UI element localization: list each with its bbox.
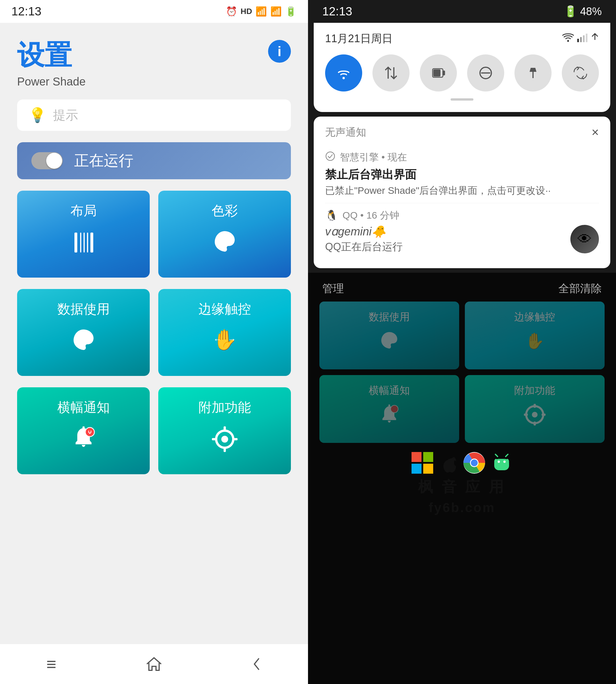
color-label: 色彩 [212, 202, 238, 220]
dimmed-background-area: 管理 全部清除 数据使用 边缘触控 ✋ [308, 273, 616, 684]
svg-rect-1 [80, 232, 81, 252]
banner-notif-icon [69, 425, 98, 460]
clear-all-button[interactable]: 全部清除 [558, 281, 602, 296]
color-cell[interactable]: 色彩 [158, 191, 291, 278]
banner-notif-label: 横幅通知 [57, 399, 110, 416]
signal-icon: 📶 [256, 6, 267, 17]
search-placeholder: 提示 [53, 107, 78, 124]
svg-point-19 [343, 77, 345, 79]
qq-avatar: 👁 [570, 225, 599, 253]
running-toggle[interactable] [31, 152, 63, 169]
svg-rect-42 [494, 459, 509, 470]
svg-rect-13 [233, 438, 238, 440]
svg-rect-34 [423, 452, 433, 462]
watermark-line2: fy6b.com [428, 500, 496, 515]
dim-banner-notif-icon [378, 403, 401, 432]
svg-rect-32 [542, 413, 546, 416]
svg-point-8 [85, 428, 94, 437]
manage-button[interactable]: 管理 [322, 281, 344, 296]
qs-wifi-tile[interactable] [325, 54, 362, 91]
menu-button[interactable]: ≡ [34, 647, 68, 681]
status-bar-right: 12:13 🔋 48% [308, 0, 616, 23]
svg-text:✋: ✋ [525, 332, 545, 350]
qq-app-row: 🐧 QQ • 16 分钟 [325, 209, 599, 222]
bottom-nav: ≡ [0, 644, 308, 684]
running-toggle-row[interactable]: 正在运行 [17, 142, 291, 179]
notif-close-button[interactable]: × [592, 125, 599, 139]
svg-rect-17 [583, 35, 585, 42]
search-bar[interactable]: 💡 提示 [17, 99, 291, 131]
battery-icon-left: 🔋 [285, 6, 296, 17]
alarm-icon: ⏰ [226, 6, 237, 17]
data-usage-label: 数据使用 [57, 300, 110, 318]
qs-date-text: 11月21日周日 [325, 31, 393, 46]
qq-notif-left: vɑgemini🐥 QQ正在后台运行 [325, 225, 570, 254]
notif-card-header: 无声通知 × [325, 125, 599, 139]
svg-rect-30 [533, 421, 536, 426]
qq-notif-item: 🐧 QQ • 16 分钟 vɑgemini🐥 QQ正在后台运行 👁 [325, 203, 599, 260]
svg-rect-15 [577, 39, 579, 42]
svg-rect-22 [434, 70, 440, 76]
status-time-left: 12:13 [12, 4, 41, 18]
svg-rect-10 [224, 426, 226, 431]
status-bar-left: 12:13 ⏰ HD 📶 📶 🔋 [0, 0, 308, 23]
qq-app-name: QQ • 16 分钟 [343, 209, 399, 222]
svg-point-28 [532, 412, 537, 417]
qs-rotation-tile[interactable] [562, 54, 599, 91]
silent-notif-card: 无声通知 × 智慧引擎 • 现在 禁止后台弹出界面 已禁止"Power Shad… [314, 117, 610, 268]
info-button[interactable]: i [268, 40, 291, 63]
svg-point-44 [503, 460, 506, 463]
svg-rect-0 [74, 232, 77, 252]
quick-settings-panel: 11月21日周日 [314, 23, 610, 112]
battery-icon-right: 🔋 [564, 5, 577, 18]
qs-data-tile[interactable] [372, 54, 410, 91]
hd-icon: HD [241, 7, 252, 16]
svg-rect-29 [533, 404, 536, 408]
feature-grid-2: 数据使用 边缘触控 ✋ ← → [17, 289, 291, 376]
svg-rect-2 [84, 232, 85, 252]
dim-extra-features-cell: 附加功能 [465, 375, 604, 443]
home-button[interactable] [137, 647, 171, 681]
dim-manage-row: 管理 全部清除 [314, 278, 610, 299]
qs-flashlight-tile[interactable] [514, 54, 552, 91]
battery-percent: 48% [580, 5, 602, 18]
svg-rect-3 [87, 232, 88, 252]
status-icons-left: ⏰ HD 📶 📶 🔋 [226, 6, 296, 17]
data-usage-cell[interactable]: 数据使用 [17, 289, 150, 376]
dim-extra-features-icon [523, 403, 546, 432]
wifi-icon-left: 📶 [270, 6, 282, 17]
dimmed-grid: 数据使用 边缘触控 ✋ 横幅通知 [314, 299, 610, 446]
battery-info: 🔋 48% [564, 5, 602, 18]
svg-rect-36 [423, 464, 433, 474]
qs-dnd-tile[interactable] [467, 54, 504, 91]
back-button[interactable] [240, 647, 274, 681]
qs-battery-tile[interactable] [420, 54, 457, 91]
smart-engine-notif-title: 禁止后台弹出界面 [325, 167, 599, 182]
dim-extra-features-label: 附加功能 [514, 384, 555, 397]
smart-engine-notif: 智慧引擎 • 现在 禁止后台弹出界面 已禁止"Power Shade"后台弹出界… [325, 145, 599, 203]
svg-rect-16 [580, 37, 582, 42]
smart-engine-app-row: 智慧引擎 • 现在 [325, 151, 599, 164]
svg-line-46 [506, 454, 508, 457]
svg-rect-35 [412, 464, 421, 474]
search-hint-icon: 💡 [28, 107, 46, 123]
qs-scroll-indicator [450, 98, 474, 100]
svg-rect-18 [586, 33, 588, 42]
svg-text:→: → [227, 335, 236, 344]
right-panel: 12:13 🔋 48% 11月21日周日 [308, 0, 616, 684]
svg-point-14 [567, 40, 569, 42]
dim-edge-touch-cell: 边缘触控 ✋ [465, 301, 604, 369]
svg-point-9 [221, 436, 228, 442]
svg-point-27 [391, 405, 398, 413]
extra-features-cell[interactable]: 附加功能 [158, 387, 291, 474]
layout-cell[interactable]: 布局 [17, 191, 150, 278]
banner-notif-cell[interactable]: 横幅通知 [17, 387, 150, 474]
feature-grid-1: 布局 色彩 [17, 191, 291, 278]
edge-touch-cell[interactable]: 边缘触控 ✋ ← → [158, 289, 291, 376]
svg-rect-33 [412, 452, 421, 462]
watermark-line1: 枫 音 应 用 [418, 477, 506, 497]
svg-line-45 [496, 454, 498, 457]
silent-notif-title: 无声通知 [325, 126, 366, 139]
qq-username: vɑgemini🐥 [325, 225, 570, 238]
feature-grid-3: 横幅通知 附加功能 [17, 387, 291, 474]
